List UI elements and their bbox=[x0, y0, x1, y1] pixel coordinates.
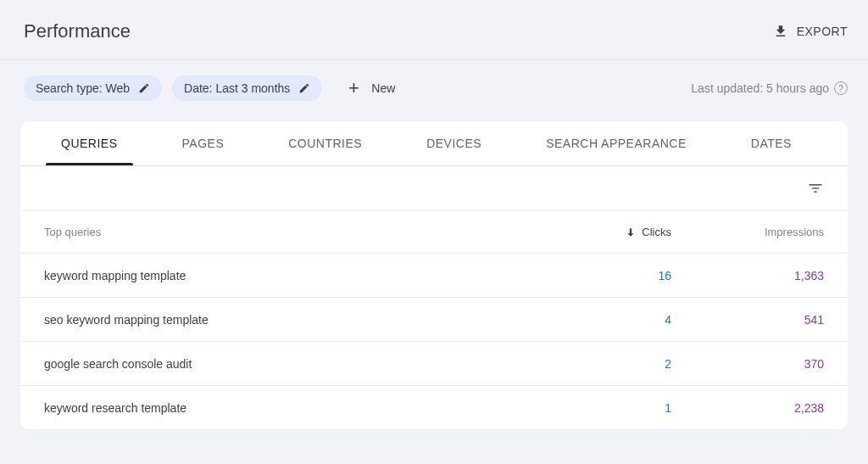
tab-devices[interactable]: DEVICES bbox=[420, 121, 488, 165]
cell-clicks: 1 bbox=[561, 401, 671, 415]
search-type-label: Search type: Web bbox=[36, 81, 130, 95]
export-button[interactable]: EXPORT bbox=[773, 24, 848, 39]
cell-clicks: 4 bbox=[561, 313, 671, 327]
date-range-label: Date: Last 3 months bbox=[184, 81, 290, 95]
table-row[interactable]: keyword mapping template 16 1,363 bbox=[20, 253, 848, 297]
tab-pages[interactable]: PAGES bbox=[175, 121, 231, 165]
cell-impressions: 1,363 bbox=[671, 269, 824, 282]
filter-icon[interactable] bbox=[807, 180, 824, 197]
plus-icon: + bbox=[346, 81, 361, 96]
cell-clicks: 16 bbox=[561, 269, 671, 282]
last-updated-text: Last updated: 5 hours ago bbox=[691, 81, 829, 95]
new-filter-label: New bbox=[371, 81, 395, 95]
download-icon bbox=[773, 24, 788, 39]
col-header-impressions[interactable]: Impressions bbox=[671, 226, 824, 238]
cell-query: seo keyword mapping template bbox=[44, 313, 561, 327]
cell-clicks: 2 bbox=[561, 357, 671, 371]
col-header-query[interactable]: Top queries bbox=[44, 226, 561, 238]
sort-arrow-down-icon bbox=[625, 226, 637, 238]
cell-query: keyword research template bbox=[44, 401, 561, 415]
cell-impressions: 2,238 bbox=[671, 401, 824, 415]
tab-dates[interactable]: DATES bbox=[744, 121, 798, 165]
tab-queries[interactable]: QUERIES bbox=[54, 121, 125, 165]
report-card: QUERIES PAGES COUNTRIES DEVICES SEARCH A… bbox=[20, 121, 848, 429]
search-type-chip[interactable]: Search type: Web bbox=[24, 75, 162, 101]
date-range-chip[interactable]: Date: Last 3 months bbox=[172, 75, 322, 101]
tabs: QUERIES PAGES COUNTRIES DEVICES SEARCH A… bbox=[20, 121, 848, 166]
col-header-clicks-text: Clicks bbox=[642, 226, 671, 238]
table-row[interactable]: keyword research template 1 2,238 bbox=[20, 385, 848, 429]
last-updated: Last updated: 5 hours ago ? bbox=[691, 81, 848, 95]
cell-impressions: 370 bbox=[671, 357, 824, 371]
export-label: EXPORT bbox=[797, 25, 848, 38]
tab-search-appearance[interactable]: SEARCH APPEARANCE bbox=[539, 121, 693, 165]
cell-query: keyword mapping template bbox=[44, 269, 561, 282]
new-filter-button[interactable]: + New bbox=[346, 81, 395, 96]
cell-query: google search console audit bbox=[44, 357, 561, 371]
table-row[interactable]: google search console audit 2 370 bbox=[20, 341, 848, 385]
table-header: Top queries Clicks Impressions bbox=[20, 210, 848, 253]
help-icon[interactable]: ? bbox=[834, 81, 848, 95]
pencil-icon bbox=[138, 82, 150, 94]
cell-impressions: 541 bbox=[671, 313, 824, 327]
pencil-icon bbox=[298, 82, 310, 94]
page-title: Performance bbox=[24, 20, 131, 42]
col-header-clicks[interactable]: Clicks bbox=[561, 226, 671, 238]
table-row[interactable]: seo keyword mapping template 4 541 bbox=[20, 297, 848, 341]
tab-countries[interactable]: COUNTRIES bbox=[281, 121, 369, 165]
